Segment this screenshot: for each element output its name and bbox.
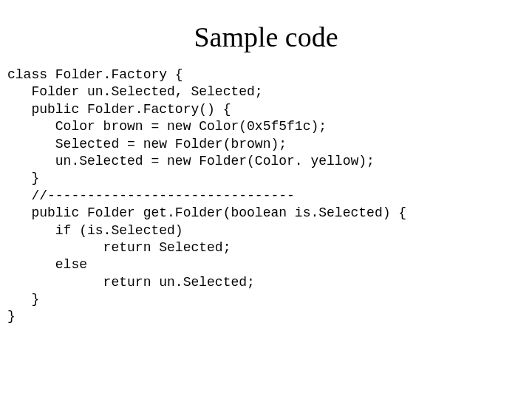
code-line: public Folder.Factory() { (7, 102, 231, 117)
code-line: return Selected; (7, 240, 231, 255)
code-line: else (7, 257, 87, 272)
code-line: //------------------------------- (7, 188, 295, 203)
code-line: public Folder get.Folder(boolean is.Sele… (7, 205, 406, 220)
code-line: if (is.Selected) (7, 223, 183, 238)
code-line: Folder un.Selected, Selected; (7, 84, 263, 99)
code-line: class Folder.Factory { (7, 67, 183, 82)
code-line: } (7, 292, 39, 307)
code-line: Color brown = new Color(0x5f5f1c); (7, 119, 327, 134)
code-line: un.Selected = new Folder(Color. yellow); (7, 154, 375, 168)
code-line: } (7, 309, 16, 324)
code-line: return un.Selected; (7, 275, 255, 290)
slide-title: Sample code (0, 0, 532, 66)
code-block: class Folder.Factory { Folder un.Selecte… (0, 66, 532, 326)
slide: Sample code class Folder.Factory { Folde… (0, 0, 532, 399)
code-line: Selected = new Folder(brown); (7, 137, 287, 151)
code-line: } (7, 171, 39, 185)
